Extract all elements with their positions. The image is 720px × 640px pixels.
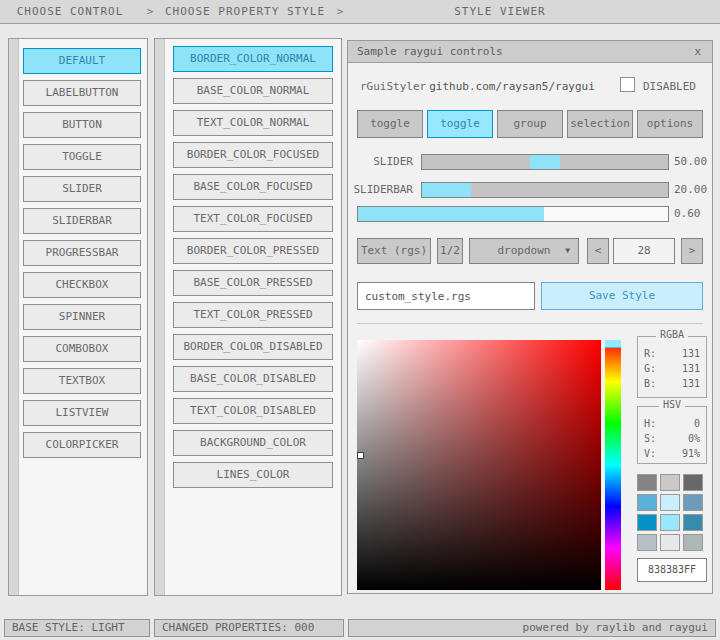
rgba-row: R:131 (638, 346, 706, 361)
palette-swatch[interactable] (637, 474, 657, 491)
hsv-row: V:91% (638, 446, 706, 461)
hex-color-input[interactable]: 838383FF (637, 558, 707, 582)
palette-swatch[interactable] (683, 514, 703, 531)
palette-swatch[interactable] (637, 494, 657, 511)
toggle-button[interactable]: selection (567, 110, 633, 138)
property-list-item[interactable]: TEXT_COLOR_NORMAL (173, 110, 333, 136)
hue-bar[interactable] (605, 340, 621, 590)
status-base-style: BASE STYLE: LIGHT (4, 619, 150, 637)
hsv-title: HSV (659, 399, 685, 410)
control-list-item[interactable]: BUTTON (23, 112, 141, 138)
control-list-item[interactable]: DEFAULT (23, 48, 141, 74)
toggle-button[interactable]: options (637, 110, 703, 138)
palette-swatch[interactable] (660, 514, 680, 531)
property-list-item[interactable]: TEXT_COLOR_DISABLED (173, 398, 333, 424)
property-list-item[interactable]: BASE_COLOR_NORMAL (173, 78, 333, 104)
control-list-item[interactable]: TEXTBOX (23, 368, 141, 394)
controls-scrollbar[interactable] (9, 39, 19, 595)
property-list-item[interactable]: BASE_COLOR_FOCUSED (173, 174, 333, 200)
control-list-item[interactable]: PROGRESSBAR (23, 240, 141, 266)
progressbar-value: 0.60 (674, 206, 701, 222)
hsv-groupbox: HSV H:0S:0%V:91% (637, 406, 707, 464)
hsv-value: 91% (682, 446, 700, 461)
property-list-item[interactable]: LINES_COLOR (173, 462, 333, 488)
chevron-right-icon: > (330, 5, 350, 18)
property-list-item[interactable]: TEXT_COLOR_PRESSED (173, 302, 333, 328)
property-list-item[interactable]: BORDER_COLOR_FOCUSED (173, 142, 333, 168)
close-icon[interactable]: x (692, 45, 703, 58)
property-list-item[interactable]: BORDER_COLOR_DISABLED (173, 334, 333, 360)
text-rgs-button[interactable]: Text (rgs) (357, 238, 431, 264)
toggle-button[interactable]: group (497, 110, 563, 138)
palette-swatch[interactable] (637, 514, 657, 531)
progressbar (357, 206, 669, 222)
status-changed-properties: CHANGED PROPERTIES: 000 (154, 619, 344, 637)
rgba-label: B: (644, 376, 656, 391)
dropdown-label: dropdown (498, 244, 551, 257)
control-list-item[interactable]: CHECKBOX (23, 272, 141, 298)
hsv-label: H: (644, 416, 656, 431)
hsv-label: V: (644, 446, 656, 461)
sliderbar[interactable] (421, 182, 669, 198)
property-list-item[interactable]: BORDER_COLOR_PRESSED (173, 238, 333, 264)
palette-swatch[interactable] (660, 494, 680, 511)
slider[interactable] (421, 154, 669, 170)
chevron-right-icon: > (140, 5, 160, 18)
property-list-item[interactable]: BASE_COLOR_PRESSED (173, 270, 333, 296)
dropdown[interactable]: dropdown ▼ (469, 238, 579, 264)
control-list-item[interactable]: SLIDER (23, 176, 141, 202)
spinner-decrement-button[interactable]: < (587, 238, 609, 264)
control-list-item[interactable]: LISTVIEW (23, 400, 141, 426)
control-list-item[interactable]: LABELBUTTON (23, 80, 141, 106)
rgba-row: B:131 (638, 376, 706, 391)
sliderbar-fill (422, 183, 471, 197)
toggle-group: toggletogglegroupselectionoptions (357, 110, 703, 138)
hsv-label: S: (644, 431, 656, 446)
palette-swatch[interactable] (637, 534, 657, 551)
property-list-item[interactable]: TEXT_COLOR_FOCUSED (173, 206, 333, 232)
control-list-item[interactable]: COMBOBOX (23, 336, 141, 362)
rgba-label: R: (644, 346, 656, 361)
hsv-row: H:0 (638, 416, 706, 431)
control-list-item[interactable]: SLIDERBAR (23, 208, 141, 234)
disabled-checkbox[interactable] (620, 77, 635, 92)
palette-swatch[interactable] (660, 474, 680, 491)
spinner-value[interactable]: 28 (613, 238, 675, 264)
toggle-button[interactable]: toggle (357, 110, 423, 138)
style-filename-input[interactable] (357, 282, 535, 310)
step-style-viewer: STYLE VIEWER (350, 5, 650, 18)
sliderbar-label: SLIDERBAR (348, 182, 413, 198)
color-saturation-value-panel[interactable] (357, 340, 601, 590)
control-list-item[interactable]: TOGGLE (23, 144, 141, 170)
rgba-groupbox: RGBA R:131G:131B:131 (637, 336, 707, 398)
property-list-item[interactable]: BACKGROUND_COLOR (173, 430, 333, 456)
save-style-button[interactable]: Save Style (541, 282, 703, 310)
slider-value: 50.00 (674, 154, 707, 170)
slider-handle[interactable] (530, 155, 560, 169)
control-list-item[interactable]: SPINNER (23, 304, 141, 330)
toggle-button[interactable]: toggle (427, 110, 493, 138)
repo-link[interactable]: github.com/raysan5/raygui (424, 79, 600, 95)
rguistyler-app: CHOOSE CONTROL > CHOOSE PROPERTY STYLE >… (0, 0, 720, 640)
step-choose-property-style: CHOOSE PROPERTY STYLE (160, 5, 330, 18)
status-credits: powered by raylib and raygui (348, 619, 716, 637)
property-list-item[interactable]: BASE_COLOR_DISABLED (173, 366, 333, 392)
progressbar-fill (358, 207, 544, 221)
palette-swatch[interactable] (683, 474, 703, 491)
control-list-item[interactable]: COLORPICKER (23, 432, 141, 458)
color-cursor[interactable] (357, 452, 364, 459)
rgba-label: G: (644, 361, 656, 376)
window-titlebar[interactable]: Sample raygui controls x (348, 41, 712, 63)
half-button[interactable]: 1/2 (437, 238, 463, 264)
step-choose-control: CHOOSE CONTROL (0, 5, 140, 18)
spinner-increment-button[interactable]: > (681, 238, 703, 264)
properties-scrollbar[interactable] (155, 39, 165, 595)
hue-selector[interactable] (605, 340, 621, 348)
palette-swatch[interactable] (683, 494, 703, 511)
palette-swatch[interactable] (660, 534, 680, 551)
property-list-item[interactable]: BORDER_COLOR_NORMAL (173, 46, 333, 72)
palette-swatch[interactable] (683, 534, 703, 551)
style-color-palette (637, 474, 707, 551)
rgba-value: 131 (682, 361, 700, 376)
rgba-value: 131 (682, 346, 700, 361)
